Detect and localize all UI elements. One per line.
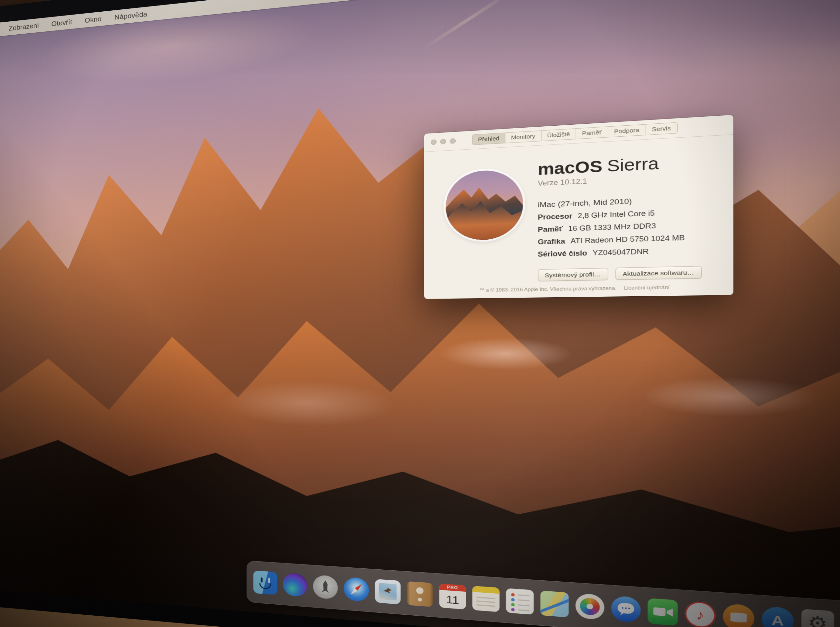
sierra-thumbnail-image — [445, 169, 523, 241]
tab-podpora[interactable]: Podpora — [608, 124, 646, 137]
tab-servis[interactable]: Servis — [645, 122, 677, 135]
system-report-button[interactable]: Systémový profil… — [538, 268, 608, 281]
minimize-button[interactable] — [440, 139, 446, 145]
dock-icon-calendar[interactable]: PRO 11 — [439, 584, 466, 610]
dock-icon-itunes[interactable]: ♪ — [685, 601, 715, 627]
about-content: macOSSierra Verze 10.12.1 iMac (27-inch,… — [424, 135, 733, 284]
software-update-button[interactable]: Aktualizace softwaru… — [616, 266, 702, 280]
close-button[interactable] — [430, 139, 436, 145]
dock-icon-contacts[interactable] — [407, 581, 433, 607]
screen: y Zobrazení Otevřít Okno Nápověda ▽ ne 1… — [0, 0, 840, 627]
dock-icon-safari[interactable] — [344, 577, 369, 602]
imac-computer: y Zobrazení Otevřít Okno Nápověda ▽ ne 1… — [0, 0, 840, 627]
dock-icon-mail[interactable] — [375, 579, 401, 605]
license-link[interactable]: Licenční ujednání — [624, 285, 669, 291]
dock-icon-app-store[interactable]: A — [761, 606, 794, 627]
menu-item-zobrazeni[interactable]: Zobrazení — [9, 21, 39, 32]
spec-graphics: GrafikaATI Radeon HD 5750 1024 MB — [538, 233, 718, 246]
dock-icon-notes[interactable] — [472, 586, 499, 612]
tab-prehled[interactable]: Přehled — [472, 132, 505, 145]
dock-icon-launchpad[interactable] — [313, 575, 338, 599]
spec-processor: Procesor2,8 GHz Intel Core i5 — [538, 207, 718, 222]
tab-monitory[interactable]: Monitory — [505, 131, 541, 143]
sierra-wallpaper — [0, 0, 840, 627]
tab-pamet[interactable]: Paměť — [576, 126, 608, 139]
dock-icon-reminders[interactable] — [506, 588, 534, 615]
copyright-text: ™ a © 1983–2016 Apple Inc. Všechna práva… — [479, 286, 617, 293]
dock-icon-messages[interactable]: … — [611, 595, 641, 623]
dock-icon-system-preferences[interactable]: ⚙ — [801, 609, 834, 627]
dock-icon-maps[interactable] — [540, 591, 568, 617]
dock-icon-finder[interactable] — [253, 570, 278, 595]
zoom-button[interactable] — [450, 138, 455, 144]
mac-model: iMac (27-inch, Mid 2010) — [538, 194, 718, 210]
system-info: macOSSierra Verze 10.12.1 iMac (27-inch,… — [538, 135, 733, 282]
window-controls — [430, 138, 455, 145]
calendar-day-label: 11 — [439, 590, 466, 610]
spec-memory: Paměť16 GB 1333 MHz DDR3 — [538, 220, 718, 234]
about-this-mac-window: Přehled Monitory Úložiště Paměť Podpora … — [424, 115, 733, 299]
menu-item-otevrit[interactable]: Otevřít — [51, 18, 72, 28]
menu-item-napoveda[interactable]: Nápověda — [114, 10, 147, 21]
spec-serial: Sériové čísloYZ045047DNR — [538, 246, 718, 259]
dock-icon-facetime[interactable] — [648, 598, 678, 626]
tab-uloziste[interactable]: Úložiště — [541, 128, 576, 141]
menu-item-okno[interactable]: Okno — [85, 14, 101, 24]
dock-icon-siri[interactable] — [283, 573, 307, 597]
dock-icon-ibooks[interactable] — [723, 603, 755, 627]
dock-icon-photos[interactable] — [576, 593, 605, 620]
